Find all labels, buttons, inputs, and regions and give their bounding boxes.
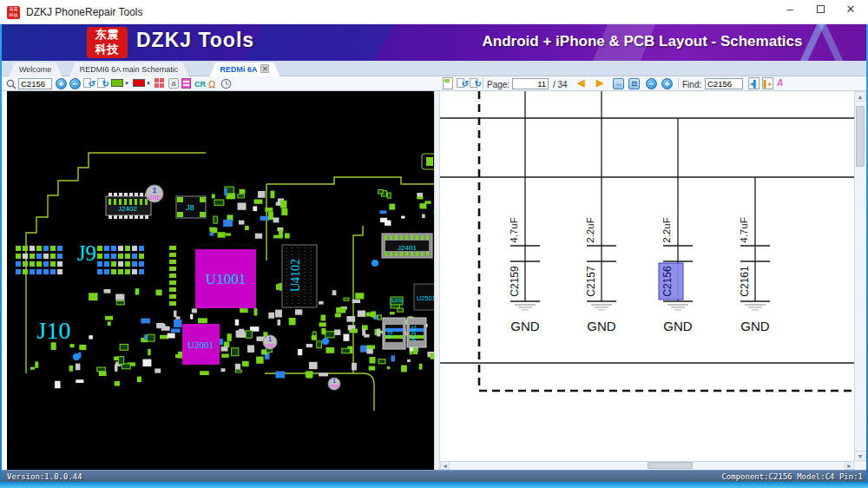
close-button[interactable]: ✕ [838,0,864,19]
schematic-capacitor-C2157[interactable]: 2.2uFC2157GND [585,91,616,333]
bottom-layer-color-swatch[interactable] [133,79,145,87]
layers-icon[interactable] [181,78,191,89]
zoom-in-icon[interactable]: + [56,78,67,89]
header-banner: 东震科技 DZKJ Tools Android + iPhone & PCB L… [0,24,868,61]
tab-close-icon[interactable]: ✕ [260,64,269,73]
chevron-down-icon[interactable]: ▼ [146,81,151,86]
vertical-scroll-thumb[interactable] [856,106,865,167]
schematic-capacitor-C2156[interactable]: 2.2uFC2156GND [659,118,693,333]
rotate-left-icon[interactable]: ↺ [83,77,95,89]
horizontal-scroll-thumb[interactable] [648,462,693,469]
pcb-label-u1001[interactable]: U1001 [206,271,246,287]
scroll-up-icon[interactable]: ▲ [854,91,866,102]
pcb-search-input[interactable] [18,78,52,89]
pcb-label-u2501[interactable]: U2501 [417,294,434,302]
scroll-right-icon[interactable]: ► [845,461,854,470]
title-bar: 东震科技 DZKJ PhoneRepair Tools – ✕ [0,0,868,24]
page-number-input[interactable] [512,78,549,89]
pcb-label-j2402[interactable]: J2402 [118,205,137,213]
pcb-label-u4102[interactable]: U4102 [289,259,302,292]
zoom-out-icon[interactable]: − [646,78,657,89]
text-icon[interactable]: a [168,78,179,89]
gnd-label: GND [587,319,616,333]
rotate-right-icon[interactable]: ↻ [470,77,481,89]
pcb-label-j2301[interactable]: J2301 [411,325,417,341]
pcb-label-j2401[interactable]: J2401 [398,244,417,252]
version-status: Version:1.0.0.44 [7,471,82,483]
zoom-out-icon[interactable]: − [69,78,81,89]
find-next-icon[interactable]: ▌▸ [762,77,773,89]
panel-splitter[interactable] [434,91,440,470]
tab-label: REDMi 6A [220,65,257,74]
schematic-capacitor-C2161[interactable]: 4.7uFC2161GND [739,177,770,333]
match-case-icon[interactable]: A [777,78,783,88]
window-border-bottom [0,482,868,488]
find-previous-icon[interactable]: ◂▌ [748,77,760,89]
dzkj-logo: 东震科技 [87,27,128,58]
scroll-left-icon[interactable]: ◄ [440,461,450,470]
schematic-canvas[interactable]: 4.7uFC2159GND2.2uFC2157GND2.2uFC2156GND4… [440,91,854,461]
chevron-down-icon[interactable]: ▼ [124,81,129,86]
component-status: Component:C2156 Model:C4 Pin:1 [721,471,863,483]
svg-text:GND: GND [330,385,339,389]
schematic-capacitor-C2159[interactable]: 4.7uFC2159GND [509,91,540,333]
app-window: 东震科技 DZKJ PhoneRepair Tools – ✕ 东震科技 DZK… [0,0,868,488]
status-bar: Version:1.0.0.44 Component:C2156 Model:C… [0,470,868,482]
find-input[interactable] [705,78,743,89]
pcb-label-j9[interactable]: J9 [77,241,96,265]
pcb-label-u2001[interactable]: U2001 [187,340,214,350]
banner-tagline: Android + iPhone & PCB Layout - Schemati… [434,33,851,50]
fit-page-icon[interactable]: ⊡ [628,78,640,89]
ohm-icon[interactable]: Ω [208,79,215,89]
maximize-button[interactable] [807,0,833,19]
top-layer-color-swatch[interactable] [111,79,123,87]
gnd-test-point[interactable]: 1GND [146,185,163,202]
history-icon[interactable] [220,78,232,89]
gnd-test-point[interactable]: 1GND [328,378,340,390]
tab-bar: WelcomeREDMI6 6A main SchematicREDMi 6A✕ [0,61,868,76]
via-dot [322,338,329,345]
svg-text:GND: GND [148,195,161,201]
prev-page-icon[interactable]: ◀ [577,77,584,89]
fit-width-icon[interactable]: ↔ [613,78,624,89]
cap-value: 4.7uF [509,217,519,242]
cap-value: 2.2uF [585,217,595,242]
scroll-down-icon[interactable]: ▼ [854,451,866,461]
board-outline [266,177,434,184]
pcb-label-j10[interactable]: J10 [37,317,71,344]
tab-redmi6-6a-main-schematic[interactable]: REDMI6 6A main Schematic [69,63,189,76]
rotate-right-icon[interactable]: ↻ [97,77,108,89]
cr-icon[interactable]: CR [194,80,206,89]
cap-ref: C2159 [509,266,521,297]
pcb-panel: J9J10U1001U2001U4102J2402J8J2401U2501J3J… [2,91,438,470]
grid-icon[interactable] [155,78,165,89]
tab-welcome[interactable]: Welcome [9,63,62,76]
zoom-in-icon[interactable]: + [661,78,673,89]
app-icon: 东震科技 [7,6,20,19]
find-label: Find: [682,80,701,89]
search-icon [6,79,16,89]
maximize-icon [817,5,825,13]
svg-text:1: 1 [332,378,336,384]
via-dot [372,260,378,267]
pcb-label-j8[interactable]: J8 [186,203,194,212]
cap-ref: C2157 [585,266,597,297]
cap-ref: C2156 [661,266,674,297]
cap-value: 2.2uF [661,217,672,242]
schematic-wires [440,118,854,363]
pcb-label-fl2701[interactable]: FL2701 [390,299,404,303]
tab-redmi-6a[interactable]: REDMi 6A✕ [209,63,279,76]
cap-ref: C2161 [739,266,751,297]
gnd-test-point[interactable]: 1GND [263,335,277,349]
export-page-icon[interactable] [443,77,453,89]
gnd-label: GND [663,319,693,333]
next-page-icon[interactable]: ▶ [596,77,603,89]
pcb-label-j3[interactable]: J3 [386,330,394,338]
minimize-button[interactable]: – [777,0,803,19]
window-title: DZKJ PhoneRepair Tools [26,6,143,18]
board-outline [265,373,374,411]
tab-label: REDMI6 6A main Schematic [80,65,179,74]
app-name: DZKJ Tools [136,29,254,52]
rotate-left-icon[interactable]: ↺ [457,77,468,89]
pcb-canvas[interactable]: J9J10U1001U2001U4102J2402J8J2401U2501J3J… [7,91,434,470]
